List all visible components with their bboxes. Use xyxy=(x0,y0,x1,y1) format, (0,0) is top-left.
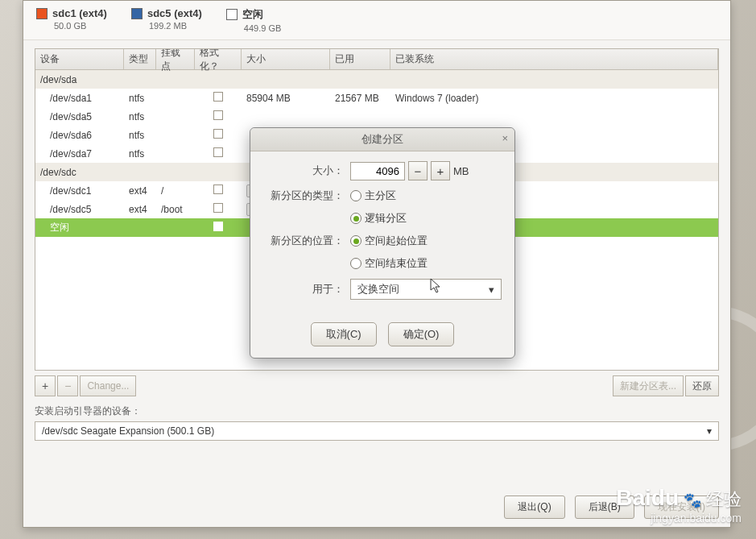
revert-button[interactable]: 还原 xyxy=(685,375,719,396)
cell-mount xyxy=(156,77,195,82)
radio-icon xyxy=(350,235,361,247)
size-input[interactable] xyxy=(350,162,405,180)
cell-mount xyxy=(156,226,195,230)
th-type[interactable]: 类型 xyxy=(124,49,156,69)
cell-format xyxy=(195,126,242,143)
legend-label: sdc1 (ext4) xyxy=(52,7,107,19)
cell-size xyxy=(242,77,330,82)
cell-mount xyxy=(156,96,195,101)
format-checkbox[interactable] xyxy=(213,222,223,231)
cell-type xyxy=(124,226,156,230)
legend-swatch-free xyxy=(226,9,238,20)
radio-location-end[interactable]: 空间结束位置 xyxy=(350,256,502,271)
legend-label: 空闲 xyxy=(242,7,263,22)
cell-system: Windows 7 (loader) xyxy=(390,90,718,106)
cell-mount: /boot xyxy=(156,201,195,218)
legend-bar: sdc1 (ext4) 50.0 GB sdc5 (ext4) 199.2 MB… xyxy=(23,1,730,40)
cell-mount xyxy=(156,170,195,175)
legend-size: 449.9 GB xyxy=(244,23,281,33)
format-checkbox[interactable] xyxy=(213,185,223,194)
legend-size: 199.2 MB xyxy=(149,21,202,31)
th-format[interactable]: 格式化？ xyxy=(195,49,242,69)
paw-icon: 🐾 xyxy=(684,491,701,509)
th-system[interactable]: 已装系统 xyxy=(390,49,718,69)
type-label: 新分区的类型： xyxy=(263,189,344,203)
chevron-down-icon: ▾ xyxy=(707,425,712,437)
cell-device: /dev/sdc xyxy=(35,164,124,180)
bootloader-value: /dev/sdc Seagate Expansion (500.1 GB) xyxy=(42,425,214,437)
radio-logical[interactable]: 逻辑分区 xyxy=(350,211,502,226)
size-label: 大小： xyxy=(263,164,344,178)
cell-format xyxy=(195,170,242,175)
cell-format xyxy=(195,108,242,125)
size-decrement-button[interactable]: − xyxy=(408,161,428,180)
radio-label: 空间结束位置 xyxy=(365,256,428,271)
cell-used: 21567 MB xyxy=(330,90,390,106)
ok-button[interactable]: 确定(O) xyxy=(388,322,455,346)
radio-icon xyxy=(350,213,361,224)
legend-label: sdc5 (ext4) xyxy=(147,7,202,19)
cell-mount xyxy=(156,114,195,119)
cell-type: ext4 xyxy=(124,183,156,199)
close-icon[interactable]: × xyxy=(502,132,508,144)
format-checkbox[interactable] xyxy=(213,147,223,157)
cell-used xyxy=(330,77,390,82)
cell-type: ntfs xyxy=(124,109,156,125)
radio-primary[interactable]: 主分区 xyxy=(350,189,396,203)
th-size[interactable]: 大小 xyxy=(242,49,330,69)
legend-item: sdc1 (ext4) 50.0 GB xyxy=(36,7,107,33)
new-partition-table-button[interactable]: 新建分区表... xyxy=(613,375,684,396)
cell-device: /dev/sda xyxy=(35,72,124,88)
radio-label: 空间起始位置 xyxy=(365,234,428,248)
watermark-cn: 经验 xyxy=(706,487,742,512)
th-device[interactable]: 设备 xyxy=(35,49,124,69)
legend-size: 50.0 GB xyxy=(54,21,107,31)
cell-type xyxy=(124,170,156,175)
cell-format xyxy=(195,219,242,236)
watermark: Baidu 🐾 经验 jingyan.baidu.com xyxy=(616,485,742,524)
format-checkbox[interactable] xyxy=(213,129,223,139)
bootloader-label: 安装启动引导器的设备： xyxy=(35,404,719,418)
format-checkbox[interactable] xyxy=(213,203,223,213)
dialog-title-bar[interactable]: 创建分区 × xyxy=(250,128,514,151)
cell-mount: / xyxy=(156,183,195,199)
legend-swatch-sdc1 xyxy=(36,8,48,19)
cell-format xyxy=(195,77,242,82)
size-increment-button[interactable]: + xyxy=(431,161,450,180)
toolbar: + − Change... 新建分区表... 还原 xyxy=(35,374,719,398)
cell-type: ntfs xyxy=(124,90,156,106)
cell-type: ntfs xyxy=(124,127,156,143)
cell-used xyxy=(330,114,390,119)
bootloader-select[interactable]: /dev/sdc Seagate Expansion (500.1 GB) ▾ xyxy=(35,421,719,441)
chevron-down-icon: ▾ xyxy=(489,284,494,296)
cancel-button[interactable]: 取消(C) xyxy=(311,322,377,346)
table-header: 设备 类型 挂载点 格式化？ 大小 已用 已装系统 xyxy=(35,49,718,70)
table-row[interactable]: /dev/sda xyxy=(35,70,718,89)
dialog-title: 创建分区 xyxy=(361,133,403,145)
format-checkbox[interactable] xyxy=(213,110,223,120)
format-checkbox[interactable] xyxy=(213,92,223,102)
radio-label: 逻辑分区 xyxy=(365,211,407,226)
add-partition-button[interactable]: + xyxy=(35,375,56,396)
radio-location-begin[interactable]: 空间起始位置 xyxy=(350,234,428,248)
change-partition-button[interactable]: Change... xyxy=(80,375,136,396)
th-mount[interactable]: 挂载点 xyxy=(156,49,195,69)
cell-device: /dev/sdc1 xyxy=(35,183,124,199)
radio-icon xyxy=(350,190,361,201)
use-as-select[interactable]: 交换空间 ▾ xyxy=(350,279,502,300)
legend-item: sdc5 (ext4) 199.2 MB xyxy=(131,7,202,33)
watermark-brand: Baidu xyxy=(616,485,679,511)
remove-partition-button[interactable]: − xyxy=(57,375,78,396)
cell-format xyxy=(195,182,242,199)
cell-system xyxy=(390,77,718,82)
cell-type: ntfs xyxy=(124,146,156,162)
cell-device: /dev/sda5 xyxy=(35,109,124,125)
cell-device: /dev/sda7 xyxy=(35,146,124,162)
table-row[interactable]: /dev/sda1ntfs85904 MB21567 MBWindows 7 (… xyxy=(35,89,718,107)
quit-button[interactable]: 退出(Q) xyxy=(504,495,564,519)
cell-size: 85904 MB xyxy=(242,90,330,106)
th-used[interactable]: 已用 xyxy=(330,49,390,69)
cell-format xyxy=(195,89,242,106)
legend-swatch-sdc5 xyxy=(131,8,143,19)
table-row[interactable]: /dev/sda5ntfs xyxy=(35,107,718,126)
